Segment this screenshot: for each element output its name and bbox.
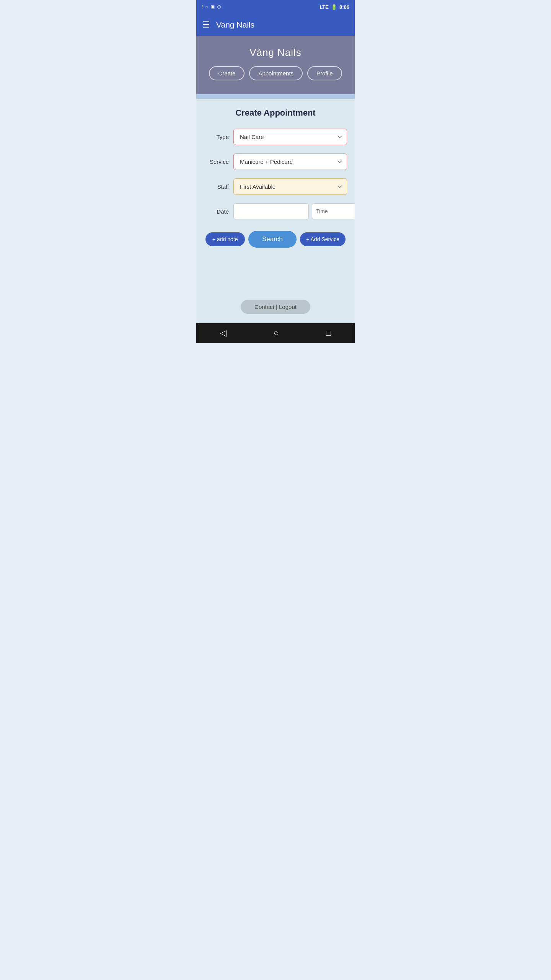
type-label: Type — [204, 134, 229, 140]
create-button[interactable]: Create — [209, 66, 245, 80]
clock: 8:06 — [339, 4, 349, 10]
bottom-nav: ◁ ○ □ — [196, 323, 355, 343]
status-bar: ! ○ ▣ ⬡ LTE 🔋 8:06 — [196, 0, 355, 14]
staff-row: Staff First Available Staff 1 Staff 2 — [204, 178, 347, 195]
staff-select[interactable]: First Available Staff 1 Staff 2 — [233, 178, 347, 195]
contact-link[interactable]: Contact — [254, 304, 274, 310]
battery-icon: 🔋 — [331, 4, 337, 10]
lte-icon: LTE — [320, 4, 329, 10]
footer-separator: | — [276, 304, 279, 310]
action-row: + add note Search + Add Service — [204, 231, 347, 248]
date-input[interactable] — [233, 203, 309, 219]
status-icons: ! ○ ▣ ⬡ — [202, 4, 221, 10]
hero-section: Vàng Nails Create Appointments Profile — [196, 36, 355, 94]
footer-links: Contact | Logout — [241, 300, 310, 314]
hamburger-icon[interactable]: ☰ — [202, 20, 210, 30]
service-label: Service — [204, 158, 229, 165]
time-input[interactable] — [312, 203, 355, 219]
sync-icon: ○ — [205, 4, 208, 10]
back-button[interactable]: ◁ — [220, 328, 227, 338]
type-select[interactable]: Nail Care Hair Spa — [233, 129, 347, 145]
form-title: Create Appointment — [204, 108, 347, 118]
add-note-button[interactable]: + add note — [205, 232, 245, 246]
service-row: Service Manicure + Pedicure Manicure Ped… — [204, 154, 347, 170]
appointments-button[interactable]: Appointments — [249, 66, 303, 80]
type-row: Type Nail Care Hair Spa — [204, 129, 347, 145]
salon-name: Vàng Nails — [249, 47, 302, 59]
app-title: Vang Nails — [216, 20, 254, 29]
date-time-group — [233, 203, 355, 219]
search-button[interactable]: Search — [248, 231, 297, 248]
staff-label: Staff — [204, 183, 229, 190]
service-select[interactable]: Manicure + Pedicure Manicure Pedicure — [233, 154, 347, 170]
date-label: Date — [204, 208, 229, 215]
notification-icon: ! — [202, 4, 203, 10]
profile-button[interactable]: Profile — [307, 66, 342, 80]
main-content: Create Appointment Type Nail Care Hair S… — [196, 99, 355, 294]
app-icon-1: ▣ — [210, 4, 215, 10]
status-right: LTE 🔋 8:06 — [320, 4, 349, 10]
appointment-form: Type Nail Care Hair Spa Service Manicure… — [204, 129, 347, 219]
hero-nav-buttons: Create Appointments Profile — [209, 66, 342, 80]
app-icon-2: ⬡ — [217, 4, 221, 10]
footer-area: Contact | Logout — [196, 294, 355, 323]
home-button[interactable]: ○ — [274, 328, 279, 338]
date-row: Date — [204, 203, 347, 219]
divider — [196, 94, 355, 99]
top-nav: ☰ Vang Nails — [196, 14, 355, 36]
add-service-button[interactable]: + Add Service — [300, 232, 346, 246]
recent-apps-button[interactable]: □ — [326, 328, 331, 338]
logout-link[interactable]: Logout — [279, 304, 297, 310]
